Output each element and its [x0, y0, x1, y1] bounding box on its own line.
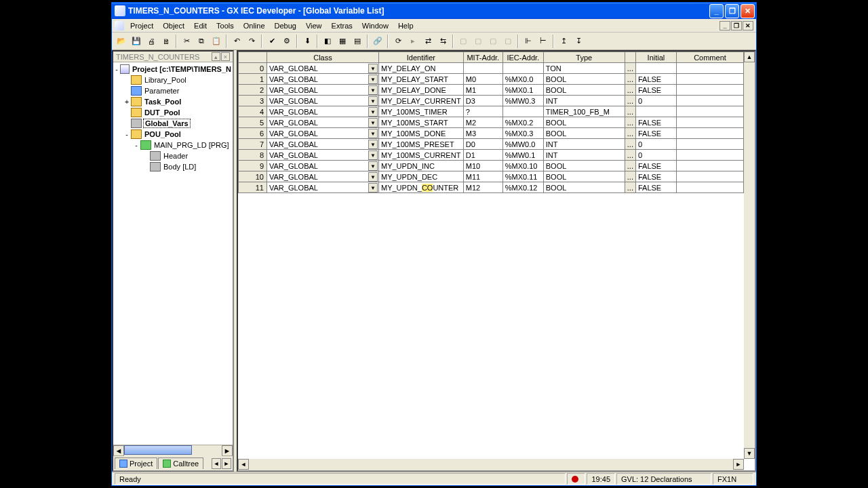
cell-class[interactable]: VAR_GLOBAL▼	[267, 171, 379, 182]
dropdown-icon[interactable]: ▼	[368, 75, 378, 84]
cell-initial[interactable]: FALSE	[635, 182, 676, 193]
cell-type[interactable]: TIMER_100_FB_M	[543, 106, 625, 117]
cell-mit-addr[interactable]: D1	[463, 150, 502, 161]
align-right-icon[interactable]: ⊢	[536, 35, 550, 48]
cell-type[interactable]: BOOL	[543, 161, 625, 171]
menu-debug[interactable]: Debug	[270, 20, 301, 31]
cell-mit-addr[interactable]: M0	[463, 74, 502, 85]
cell-mit-addr[interactable]	[463, 63, 502, 74]
cell-type[interactable]: TON	[543, 63, 625, 74]
cell-identifier[interactable]: MY_DELAY_ON	[379, 63, 464, 74]
cell-mit-addr[interactable]: M1	[463, 85, 502, 96]
table-row[interactable]: 1VAR_GLOBAL▼MY_DELAY_STARTM0%MX0.0BOOL..…	[239, 74, 744, 85]
column-header[interactable]: Class	[267, 52, 379, 63]
cell-comment[interactable]	[676, 150, 743, 161]
grid-hscrollbar[interactable]: ◄ ►	[238, 459, 744, 470]
cell-identifier[interactable]: MY_DELAY_START	[379, 74, 464, 85]
tree-node[interactable]: DUT_Pool	[113, 107, 233, 118]
cell-initial[interactable]	[635, 63, 676, 74]
cell-mit-addr[interactable]: M3	[463, 128, 502, 139]
type-browse-button[interactable]: ...	[625, 106, 635, 117]
tab-project[interactable]: Project	[115, 458, 157, 469]
cell-mit-addr[interactable]: ?	[463, 106, 502, 117]
cell-class[interactable]: VAR_GLOBAL▼	[267, 117, 379, 128]
cell-iec-addr[interactable]: %MX0.0	[502, 74, 543, 85]
cell-comment[interactable]	[676, 139, 743, 150]
menu-extras[interactable]: Extras	[327, 20, 357, 31]
mdi-restore-button[interactable]: ❐	[731, 21, 742, 30]
tree-root[interactable]: Project [c:\TEMP\TIMERS_N	[131, 65, 233, 73]
mdi-minimize-button[interactable]: _	[719, 21, 730, 30]
build-icon[interactable]: ⚙	[280, 35, 294, 48]
tree-item-label[interactable]: Parameter	[143, 87, 180, 95]
dropdown-icon[interactable]: ▼	[368, 107, 378, 117]
cell-class[interactable]: VAR_GLOBAL▼	[267, 96, 379, 106]
cell-initial[interactable]: FALSE	[635, 128, 676, 139]
cell-identifier[interactable]: MY_UPDN_DEC	[379, 171, 464, 182]
type-browse-button[interactable]: ...	[625, 74, 635, 85]
table-row[interactable]: 7VAR_GLOBAL▼MY_100MS_PRESETD0%MW0.0INT..…	[239, 139, 744, 150]
tree-toggle-icon[interactable]: -	[123, 131, 131, 138]
type-browse-button[interactable]: ...	[625, 182, 635, 193]
type-browse-button[interactable]: ...	[625, 161, 635, 171]
cell-type[interactable]: INT	[543, 96, 625, 106]
cell-initial[interactable]: FALSE	[635, 74, 676, 85]
cell-class[interactable]: VAR_GLOBAL▼	[267, 139, 379, 150]
cell-type[interactable]: BOOL	[543, 74, 625, 85]
tree-node[interactable]: Parameter	[113, 85, 233, 96]
tree-item-label[interactable]: Header	[162, 152, 189, 160]
tree-node[interactable]: -MAIN_PRG_LD [PRG]	[113, 140, 233, 150]
step-icon[interactable]: ▸	[406, 35, 420, 48]
check-icon[interactable]: ✔	[265, 35, 279, 48]
save-icon[interactable]: 💾	[130, 35, 143, 48]
grid-tb-icon[interactable]: ▤	[351, 35, 364, 48]
close-button[interactable]: ✕	[741, 4, 755, 18]
dropdown-icon[interactable]: ▼	[368, 118, 378, 127]
cell-identifier[interactable]: MY_UPDN_COUNTER	[379, 182, 464, 193]
tree-toggle-icon[interactable]: -	[113, 66, 120, 73]
grid-vscrollbar[interactable]: ▲ ▼	[744, 52, 755, 459]
cell-identifier[interactable]: MY_100MS_PRESET	[379, 139, 464, 150]
tree-node[interactable]: Body [LD]	[113, 161, 233, 172]
cell-type[interactable]: BOOL	[543, 85, 625, 96]
cell-comment[interactable]	[676, 117, 743, 128]
cell-identifier[interactable]: MY_DELAY_DONE	[379, 85, 464, 96]
cell-type[interactable]: INT	[543, 150, 625, 161]
type-browse-button[interactable]: ...	[625, 117, 635, 128]
menu-object[interactable]: Object	[158, 20, 189, 31]
dropdown-icon[interactable]: ▼	[368, 150, 378, 160]
tree-item-label[interactable]: POU_Pool	[143, 130, 182, 138]
db-icon[interactable]: ▦	[336, 35, 349, 48]
column-header[interactable]: MIT-Addr.	[463, 52, 502, 63]
link-icon[interactable]: 🔗	[371, 35, 384, 48]
cell-mit-addr[interactable]: D0	[463, 139, 502, 150]
cell-iec-addr[interactable]: %MX0.2	[502, 117, 543, 128]
cell-iec-addr[interactable]	[502, 106, 543, 117]
cell-class[interactable]: VAR_GLOBAL▼	[267, 63, 379, 74]
cell-class[interactable]: VAR_GLOBAL▼	[267, 106, 379, 117]
table-row[interactable]: 11VAR_GLOBAL▼MY_UPDN_COUNTERM12%MX0.12BO…	[239, 182, 744, 193]
table-row[interactable]: 8VAR_GLOBAL▼MY_100MS_CURRENTD1%MW0.1INT.…	[239, 150, 744, 161]
tree-body[interactable]: - Project [c:\TEMP\TIMERS_N Library_Pool…	[113, 62, 233, 445]
table-row[interactable]: 5VAR_GLOBAL▼MY_100MS_STARTM2%MX0.2BOOL..…	[239, 117, 744, 128]
type-browse-button[interactable]: ...	[625, 139, 635, 150]
cell-mit-addr[interactable]: D3	[463, 96, 502, 106]
minimize-button[interactable]: _	[709, 4, 724, 18]
cell-initial[interactable]: 0	[635, 150, 676, 161]
cell-mit-addr[interactable]: M12	[463, 182, 502, 193]
cell-comment[interactable]	[676, 161, 743, 171]
open-icon[interactable]: 📂	[115, 35, 128, 48]
type-browse-button[interactable]: ...	[625, 171, 635, 182]
tree-item-label[interactable]: Body [LD]	[162, 163, 197, 171]
tree-node[interactable]: +Task_Pool	[113, 96, 233, 107]
cell-comment[interactable]	[676, 96, 743, 106]
maximize-button[interactable]: ❐	[725, 4, 739, 18]
cell-initial[interactable]	[635, 106, 676, 117]
tree-node[interactable]: Global_Vars	[113, 118, 233, 129]
cell-class[interactable]: VAR_GLOBAL▼	[267, 150, 379, 161]
cell-initial[interactable]: 0	[635, 139, 676, 150]
variable-grid[interactable]: ClassIdentifierMIT-Addr.IEC-Addr.TypeIni…	[238, 52, 744, 459]
cell-mit-addr[interactable]: M11	[463, 171, 502, 182]
dropdown-icon[interactable]: ▼	[368, 140, 378, 149]
column-header[interactable]	[625, 52, 635, 63]
